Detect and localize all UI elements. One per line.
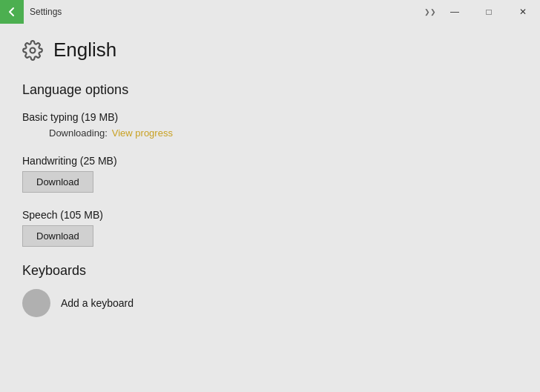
keyboards-title: Keyboards xyxy=(22,263,518,279)
language-options-section: Language options Basic typing (19 MB) Do… xyxy=(22,82,518,247)
add-keyboard-label: Add a keyboard xyxy=(61,297,134,309)
back-button[interactable] xyxy=(0,0,24,24)
keyboard-icon xyxy=(22,289,50,317)
handwriting-option: Handwriting (25 MB) Download xyxy=(22,155,518,193)
downloading-text: Downloading: xyxy=(49,127,108,139)
speech-option: Speech (105 MB) Download xyxy=(22,209,518,247)
title-bar: Settings ❯❯ — □ ✕ xyxy=(0,0,540,24)
language-options-title: Language options xyxy=(22,82,518,98)
basic-typing-label: Basic typing (19 MB) xyxy=(22,111,518,123)
title-bar-left: Settings xyxy=(0,0,62,24)
basic-typing-option: Basic typing (19 MB) Downloading: View p… xyxy=(22,111,518,139)
settings-window: Settings ❯❯ — □ ✕ English Language optio… xyxy=(0,0,540,392)
downloading-row: Downloading: View progress xyxy=(22,127,518,139)
gear-icon xyxy=(22,40,43,61)
handwriting-download-button[interactable]: Download xyxy=(22,171,93,193)
add-keyboard-row[interactable]: Add a keyboard xyxy=(22,289,518,317)
speech-label: Speech (105 MB) xyxy=(22,209,518,221)
title-bar-controls: ❯❯ — □ ✕ xyxy=(426,0,540,24)
svg-point-0 xyxy=(30,47,36,53)
page-header: English xyxy=(22,39,518,62)
expand-icon: ❯❯ xyxy=(426,0,438,24)
maximize-button[interactable]: □ xyxy=(472,0,506,24)
minimize-button[interactable]: — xyxy=(438,0,472,24)
view-progress-link[interactable]: View progress xyxy=(112,127,173,139)
content-area: English Language options Basic typing (1… xyxy=(0,24,540,392)
page-title: English xyxy=(53,39,116,62)
handwriting-label: Handwriting (25 MB) xyxy=(22,155,518,167)
speech-download-button[interactable]: Download xyxy=(22,225,93,247)
keyboards-section: Keyboards Add a keyboard xyxy=(22,263,518,317)
close-button[interactable]: ✕ xyxy=(506,0,540,24)
window-title: Settings xyxy=(30,7,62,17)
